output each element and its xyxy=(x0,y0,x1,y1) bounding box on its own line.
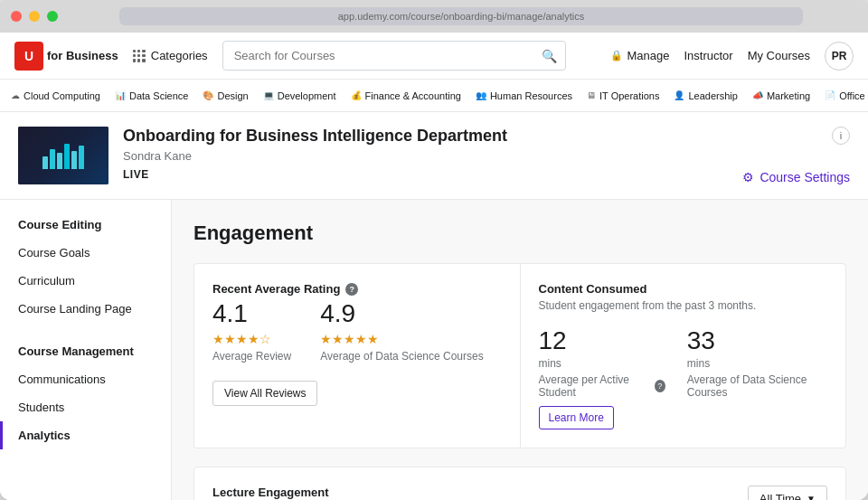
sidebar-item-students[interactable]: Students xyxy=(0,393,171,421)
finance-icon: 💰 xyxy=(351,90,362,100)
gear-icon: ⚙ xyxy=(742,170,754,184)
minimize-button[interactable] xyxy=(29,11,40,22)
category-item-hr[interactable]: 👥 Human Resources xyxy=(476,90,572,101)
sidebar-item-communications[interactable]: Communications xyxy=(0,365,171,393)
cloud-icon: ☁ xyxy=(11,90,20,100)
metric1-label: Average per Active Student ? xyxy=(539,373,665,399)
view-all-reviews-button[interactable]: View All Reviews xyxy=(212,381,317,406)
category-item-leadership[interactable]: 👤 Leadership xyxy=(674,90,737,101)
rating-card-header: Recent Average Rating ? xyxy=(212,282,502,296)
course-title: Onboarding for Business Intelligence Dep… xyxy=(123,127,728,146)
search-icon: 🔍 xyxy=(542,49,557,63)
rating-info-icon[interactable]: ? xyxy=(345,283,358,296)
sidebar-section-management: Course Management xyxy=(0,337,171,365)
course-header: Onboarding for Business Intelligence Dep… xyxy=(0,112,868,200)
course-thumbnail xyxy=(18,127,108,184)
metric1-value: 12 xyxy=(539,326,665,355)
address-bar[interactable]: app.udemy.com/course/onboarding-bi/manag… xyxy=(119,7,803,25)
browser-window: app.udemy.com/course/onboarding-bi/manag… xyxy=(0,0,868,500)
page-title: Engagement xyxy=(193,222,846,245)
category-item-office[interactable]: 📄 Office Productivity xyxy=(825,90,868,101)
content-consumed-card: Content Consumed Student engagement from… xyxy=(520,263,847,448)
metric1-info-icon[interactable]: ? xyxy=(655,380,665,392)
sidebar-item-analytics[interactable]: Analytics xyxy=(0,421,171,449)
main-layout: Course Editing Course Goals Curriculum C… xyxy=(0,200,868,500)
hr-icon: 👥 xyxy=(476,90,486,100)
ds-rating-label: Average of Data Science Courses xyxy=(320,350,484,363)
category-item-finance[interactable]: 💰 Finance & Accounting xyxy=(351,90,461,101)
instructor-link[interactable]: Instructor xyxy=(684,49,732,62)
maximize-button[interactable] xyxy=(47,11,58,22)
ds-rating-block: 4.9 ★★★★★ Average of Data Science Course… xyxy=(320,299,484,363)
lecture-section-header: Lecture Engagement Learn which of your l… xyxy=(212,486,827,500)
info-icon[interactable]: i xyxy=(832,127,850,145)
metric1-unit: mins xyxy=(539,357,665,370)
metric2-unit: mins xyxy=(687,357,827,370)
category-item-data[interactable]: 📊 Data Science xyxy=(115,90,188,101)
lecture-header-text: Lecture Engagement Learn which of your l… xyxy=(212,486,546,500)
sidebar-item-curriculum[interactable]: Curriculum xyxy=(0,267,171,295)
search-input[interactable] xyxy=(222,41,566,71)
top-navigation: U for Business Categories 🔍 xyxy=(0,33,868,80)
sidebar-item-goals[interactable]: Course Goals xyxy=(0,239,171,267)
lecture-section-title: Lecture Engagement xyxy=(212,486,546,499)
content-area: Engagement Recent Average Rating ? 4.1 ★… xyxy=(172,200,868,500)
avatar[interactable]: PR xyxy=(825,42,854,71)
category-item-marketing[interactable]: 📣 Marketing xyxy=(752,90,810,101)
ds-stars: ★★★★★ xyxy=(320,332,484,346)
categories-button[interactable]: Categories xyxy=(133,49,208,62)
udemy-logo: U for Business xyxy=(14,42,118,71)
category-item-design[interactable]: 🎨 Design xyxy=(203,90,248,101)
logo-icon: U xyxy=(14,42,43,71)
sidebar: Course Editing Course Goals Curriculum C… xyxy=(0,200,172,500)
design-icon: 🎨 xyxy=(203,90,213,100)
browser-content: U for Business Categories 🔍 xyxy=(0,33,868,500)
course-settings-button[interactable]: ⚙ Course Settings xyxy=(742,170,850,184)
avg-rating-block: 4.1 ★★★★☆ Average Review xyxy=(212,299,291,363)
metrics-row: 12 mins Average per Active Student ? Lea… xyxy=(539,326,828,429)
close-button[interactable] xyxy=(11,11,22,22)
chart-bars xyxy=(42,142,84,169)
search-bar: 🔍 xyxy=(222,41,566,71)
data-icon: 📊 xyxy=(115,90,126,100)
category-item-dev[interactable]: 💻 Development xyxy=(263,90,336,101)
metric1-block: 12 mins Average per Active Student ? Lea… xyxy=(539,326,665,429)
chevron-down-icon: ▼ xyxy=(807,494,816,500)
rating-row: 4.1 ★★★★☆ Average Review 4.9 ★★★★★ Avera… xyxy=(212,299,502,363)
avg-rating-label: Average Review xyxy=(212,350,291,363)
rating-card: Recent Average Rating ? 4.1 ★★★★☆ Averag… xyxy=(193,263,520,448)
my-courses-link[interactable]: My Courses xyxy=(748,49,810,62)
course-info: Onboarding for Business Intelligence Dep… xyxy=(123,127,728,181)
content-card-header: Content Consumed xyxy=(539,282,828,296)
category-item-cloud[interactable]: ☁ Cloud Computing xyxy=(11,90,100,101)
category-item-it[interactable]: 🖥 IT Operations xyxy=(587,90,659,101)
it-icon: 🖥 xyxy=(587,90,596,100)
engagement-cards: Recent Average Rating ? 4.1 ★★★★☆ Averag… xyxy=(193,263,846,448)
course-status: LIVE xyxy=(123,168,728,181)
category-bar: ☁ Cloud Computing 📊 Data Science 🎨 Desig… xyxy=(0,80,868,112)
ds-rating-value: 4.9 xyxy=(320,299,484,328)
manage-link[interactable]: 🔒 Manage xyxy=(610,49,669,62)
thumbnail-image xyxy=(18,127,108,184)
lock-icon: 🔒 xyxy=(610,50,623,61)
metric2-value: 33 xyxy=(687,326,827,355)
avg-rating-value: 4.1 xyxy=(212,299,291,328)
sidebar-section-editing: Course Editing xyxy=(0,218,171,239)
metric2-label: Average of Data Science Courses xyxy=(687,373,827,399)
learn-more-button[interactable]: Learn More xyxy=(539,406,614,429)
course-author: Sondra Kane xyxy=(123,149,728,163)
marketing-icon: 📣 xyxy=(752,90,763,100)
time-period-dropdown[interactable]: All Time ▼ xyxy=(748,486,827,500)
lecture-section: Lecture Engagement Learn which of your l… xyxy=(193,467,846,500)
sidebar-item-landing[interactable]: Course Landing Page xyxy=(0,295,171,323)
avg-stars: ★★★★☆ xyxy=(212,332,291,346)
dev-icon: 💻 xyxy=(263,90,274,100)
office-icon: 📄 xyxy=(825,90,835,100)
content-card-subtitle: Student engagement from the past 3 month… xyxy=(539,299,828,312)
grid-icon xyxy=(133,50,146,62)
logo-text: for Business xyxy=(47,49,118,63)
metric2-block: 33 mins Average of Data Science Courses xyxy=(687,326,827,429)
nav-right: 🔒 Manage Instructor My Courses PR xyxy=(610,42,854,71)
browser-titlebar: app.udemy.com/course/onboarding-bi/manag… xyxy=(0,0,868,33)
leadership-icon: 👤 xyxy=(674,90,684,100)
